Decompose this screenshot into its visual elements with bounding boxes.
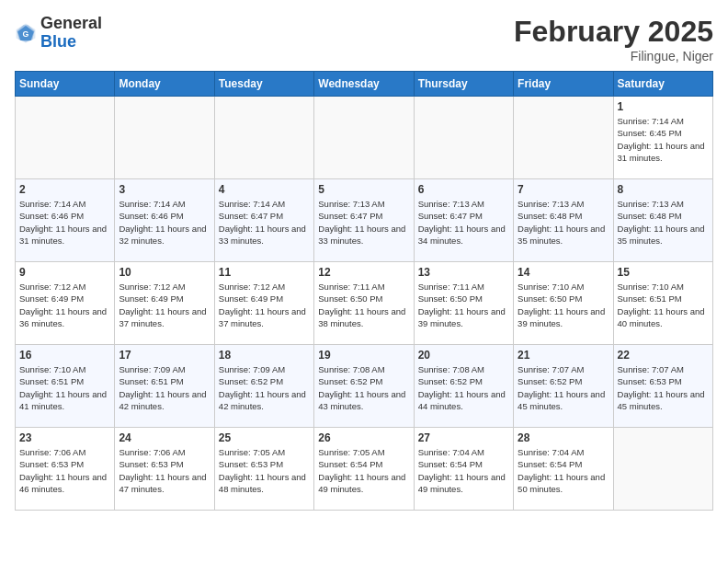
day-cell: 25Sunrise: 7:05 AMSunset: 6:53 PMDayligh…: [214, 428, 313, 511]
day-number: 11: [219, 266, 310, 279]
day-number: 27: [418, 431, 509, 444]
col-header-friday: Friday: [514, 72, 613, 97]
day-cell: [613, 428, 712, 511]
day-number: 16: [19, 349, 110, 362]
day-cell: 18Sunrise: 7:09 AMSunset: 6:52 PMDayligh…: [214, 345, 313, 428]
day-cell: [214, 97, 313, 179]
day-info: Sunrise: 7:12 AMSunset: 6:49 PMDaylight:…: [219, 281, 310, 329]
day-cell: 21Sunrise: 7:07 AMSunset: 6:52 PMDayligh…: [514, 345, 613, 428]
day-info: Sunrise: 7:10 AMSunset: 6:50 PMDaylight:…: [518, 281, 609, 329]
day-cell: 19Sunrise: 7:08 AMSunset: 6:52 PMDayligh…: [314, 345, 414, 428]
day-number: 22: [618, 349, 709, 362]
day-cell: 13Sunrise: 7:11 AMSunset: 6:50 PMDayligh…: [414, 262, 513, 345]
day-info: Sunrise: 7:14 AMSunset: 6:47 PMDaylight:…: [219, 198, 310, 247]
day-cell: [414, 97, 513, 179]
day-cell: 15Sunrise: 7:10 AMSunset: 6:51 PMDayligh…: [613, 262, 712, 345]
day-number: 18: [219, 349, 310, 362]
day-number: 3: [119, 183, 210, 196]
day-number: 7: [518, 183, 609, 196]
day-number: 26: [318, 431, 409, 444]
day-cell: 5Sunrise: 7:13 AMSunset: 6:47 PMDaylight…: [314, 179, 414, 262]
day-number: 24: [119, 431, 210, 444]
day-cell: 6Sunrise: 7:13 AMSunset: 6:47 PMDaylight…: [414, 179, 513, 262]
day-info: Sunrise: 7:09 AMSunset: 6:51 PMDaylight:…: [119, 363, 210, 412]
logo: G General Blue: [15, 15, 102, 52]
day-info: Sunrise: 7:10 AMSunset: 6:51 PMDaylight:…: [19, 363, 110, 412]
day-number: 23: [19, 431, 110, 444]
day-cell: 22Sunrise: 7:07 AMSunset: 6:53 PMDayligh…: [613, 345, 712, 428]
day-cell: 3Sunrise: 7:14 AMSunset: 6:46 PMDaylight…: [115, 179, 214, 262]
col-header-saturday: Saturday: [613, 72, 712, 97]
day-number: 28: [518, 431, 609, 444]
day-number: 4: [219, 183, 310, 196]
day-info: Sunrise: 7:13 AMSunset: 6:48 PMDaylight:…: [518, 198, 609, 247]
day-number: 6: [418, 183, 509, 196]
day-cell: 23Sunrise: 7:06 AMSunset: 6:53 PMDayligh…: [16, 428, 115, 511]
day-cell: 4Sunrise: 7:14 AMSunset: 6:47 PMDaylight…: [214, 179, 313, 262]
day-info: Sunrise: 7:05 AMSunset: 6:53 PMDaylight:…: [219, 446, 310, 495]
day-cell: [115, 97, 214, 179]
day-number: 12: [318, 266, 409, 279]
logo-general: General: [40, 14, 102, 32]
day-cell: [514, 97, 613, 179]
logo-icon: G: [15, 22, 37, 44]
header-row: SundayMondayTuesdayWednesdayThursdayFrid…: [16, 72, 713, 97]
day-number: 17: [119, 349, 210, 362]
day-cell: 27Sunrise: 7:04 AMSunset: 6:54 PMDayligh…: [414, 428, 513, 511]
day-cell: [314, 97, 414, 179]
day-cell: 12Sunrise: 7:11 AMSunset: 6:50 PMDayligh…: [314, 262, 414, 345]
day-cell: 26Sunrise: 7:05 AMSunset: 6:54 PMDayligh…: [314, 428, 414, 511]
day-cell: 8Sunrise: 7:13 AMSunset: 6:48 PMDaylight…: [613, 179, 712, 262]
day-cell: 2Sunrise: 7:14 AMSunset: 6:46 PMDaylight…: [16, 179, 115, 262]
day-info: Sunrise: 7:06 AMSunset: 6:53 PMDaylight:…: [119, 446, 210, 495]
title-block: February 2025 Filingue, Niger: [514, 15, 713, 63]
day-cell: 20Sunrise: 7:08 AMSunset: 6:52 PMDayligh…: [414, 345, 513, 428]
day-info: Sunrise: 7:08 AMSunset: 6:52 PMDaylight:…: [318, 363, 409, 412]
day-cell: [16, 97, 115, 179]
day-cell: 16Sunrise: 7:10 AMSunset: 6:51 PMDayligh…: [16, 345, 115, 428]
day-info: Sunrise: 7:04 AMSunset: 6:54 PMDaylight:…: [418, 446, 509, 495]
day-info: Sunrise: 7:13 AMSunset: 6:47 PMDaylight:…: [318, 198, 409, 247]
day-info: Sunrise: 7:11 AMSunset: 6:50 PMDaylight:…: [318, 281, 409, 329]
day-info: Sunrise: 7:07 AMSunset: 6:52 PMDaylight:…: [518, 363, 609, 412]
day-cell: 1Sunrise: 7:14 AMSunset: 6:45 PMDaylight…: [613, 97, 712, 179]
day-info: Sunrise: 7:14 AMSunset: 6:45 PMDaylight:…: [618, 115, 709, 164]
day-number: 1: [618, 100, 709, 113]
day-cell: 28Sunrise: 7:04 AMSunset: 6:54 PMDayligh…: [514, 428, 613, 511]
logo-blue: Blue: [40, 32, 76, 51]
calendar-table: SundayMondayTuesdayWednesdayThursdayFrid…: [15, 71, 713, 511]
day-info: Sunrise: 7:14 AMSunset: 6:46 PMDaylight:…: [119, 198, 210, 247]
day-info: Sunrise: 7:12 AMSunset: 6:49 PMDaylight:…: [119, 281, 210, 329]
day-info: Sunrise: 7:09 AMSunset: 6:52 PMDaylight:…: [219, 363, 310, 412]
day-info: Sunrise: 7:13 AMSunset: 6:47 PMDaylight:…: [418, 198, 509, 247]
day-number: 2: [19, 183, 110, 196]
col-header-wednesday: Wednesday: [314, 72, 414, 97]
day-info: Sunrise: 7:10 AMSunset: 6:51 PMDaylight:…: [618, 281, 709, 329]
day-cell: 7Sunrise: 7:13 AMSunset: 6:48 PMDaylight…: [514, 179, 613, 262]
day-info: Sunrise: 7:13 AMSunset: 6:48 PMDaylight:…: [618, 198, 709, 247]
day-number: 20: [418, 349, 509, 362]
week-row-2: 2Sunrise: 7:14 AMSunset: 6:46 PMDaylight…: [16, 179, 713, 262]
day-cell: 9Sunrise: 7:12 AMSunset: 6:49 PMDaylight…: [16, 262, 115, 345]
day-info: Sunrise: 7:11 AMSunset: 6:50 PMDaylight:…: [418, 281, 509, 329]
day-info: Sunrise: 7:04 AMSunset: 6:54 PMDaylight:…: [518, 446, 609, 495]
day-number: 19: [318, 349, 409, 362]
month-title: February 2025: [514, 15, 713, 49]
svg-text:G: G: [23, 29, 29, 39]
day-cell: 24Sunrise: 7:06 AMSunset: 6:53 PMDayligh…: [115, 428, 214, 511]
day-number: 14: [518, 266, 609, 279]
logo-text: General Blue: [40, 15, 102, 52]
day-info: Sunrise: 7:12 AMSunset: 6:49 PMDaylight:…: [19, 281, 110, 329]
day-number: 13: [418, 266, 509, 279]
week-row-3: 9Sunrise: 7:12 AMSunset: 6:49 PMDaylight…: [16, 262, 713, 345]
col-header-sunday: Sunday: [16, 72, 115, 97]
day-number: 9: [19, 266, 110, 279]
day-number: 8: [618, 183, 709, 196]
week-row-1: 1Sunrise: 7:14 AMSunset: 6:45 PMDaylight…: [16, 97, 713, 179]
col-header-thursday: Thursday: [414, 72, 513, 97]
day-info: Sunrise: 7:05 AMSunset: 6:54 PMDaylight:…: [318, 446, 409, 495]
page-header: G General Blue February 2025 Filingue, N…: [15, 15, 713, 63]
day-cell: 14Sunrise: 7:10 AMSunset: 6:50 PMDayligh…: [514, 262, 613, 345]
day-cell: 11Sunrise: 7:12 AMSunset: 6:49 PMDayligh…: [214, 262, 313, 345]
location: Filingue, Niger: [514, 49, 713, 63]
